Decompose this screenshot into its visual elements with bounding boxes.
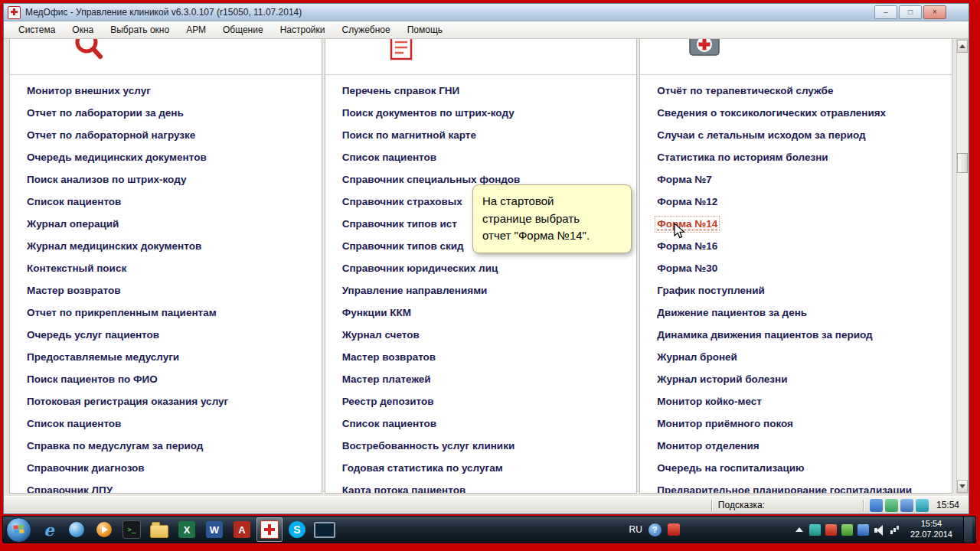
- panel-link[interactable]: Очередь на госпитализацию: [640, 457, 952, 479]
- vertical-scrollbar[interactable]: [956, 39, 969, 494]
- skype-icon[interactable]: S: [284, 517, 310, 542]
- panel-link[interactable]: Список пациентов: [10, 191, 322, 213]
- journal-icon[interactable]: [900, 499, 913, 512]
- panel-link[interactable]: Поиск по магнитной карте: [325, 124, 637, 146]
- panel-laboratory-header: [10, 39, 322, 75]
- panel-link[interactable]: Поиск пациентов по ФИО: [10, 368, 322, 390]
- tray-app-icon-4[interactable]: [858, 524, 869, 536]
- minimize-button[interactable]: –: [874, 5, 897, 19]
- panel-link[interactable]: Справочник ЛПУ: [10, 479, 322, 494]
- media-player-icon[interactable]: [91, 517, 117, 542]
- schedule-icon[interactable]: [885, 499, 898, 512]
- scrollbar-thumb[interactable]: [957, 153, 968, 173]
- panel-link[interactable]: Движение пациентов за день: [640, 302, 952, 324]
- explorer-folder-icon[interactable]: [146, 517, 172, 542]
- status-divider: [711, 500, 712, 511]
- panel-link[interactable]: Список пациентов: [325, 146, 637, 168]
- panel-link[interactable]: Журнал броней: [640, 346, 952, 368]
- panel-link[interactable]: Поиск анализов по штрих-коду: [10, 168, 322, 191]
- panel-link[interactable]: Отчет по лаборатории за день: [10, 102, 322, 124]
- terminal-icon[interactable]: >_: [119, 517, 145, 542]
- panel-link[interactable]: График поступлений: [640, 279, 952, 302]
- scroll-up-button[interactable]: [957, 40, 968, 53]
- panel-link[interactable]: Предоставляемые медуслуги: [10, 346, 322, 368]
- volume-icon[interactable]: [874, 524, 885, 536]
- scroll-down-button[interactable]: [957, 480, 968, 493]
- panel-link[interactable]: Справочник юридических лиц: [325, 257, 637, 279]
- panel-link[interactable]: Справочник диагнозов: [10, 457, 322, 479]
- panel-link[interactable]: Очередь медицинских документов: [10, 146, 322, 168]
- menu-arm[interactable]: АРМ: [178, 21, 214, 38]
- panel-link[interactable]: Список пациентов: [325, 412, 637, 435]
- panel-registry: Перечень справок ГНИ Поиск документов по…: [325, 39, 638, 494]
- report-icon[interactable]: [870, 499, 883, 512]
- menu-system[interactable]: Система: [10, 21, 64, 38]
- panel-link[interactable]: Справка по медуслугам за период: [10, 435, 322, 457]
- maximize-button[interactable]: □: [899, 5, 922, 19]
- show-desktop-button[interactable]: [963, 517, 972, 543]
- language-indicator[interactable]: RU: [629, 524, 642, 535]
- remote-desktop-icon[interactable]: [312, 517, 338, 542]
- panel-link[interactable]: Отчет по прикрепленным пациентам: [10, 302, 322, 324]
- network-icon[interactable]: [890, 524, 901, 536]
- panel-link[interactable]: Список пациентов: [10, 412, 322, 435]
- panel-link[interactable]: Форма №12: [640, 191, 952, 213]
- close-button[interactable]: ×: [923, 5, 946, 19]
- panel-link[interactable]: Монитор койко-мест: [640, 390, 952, 412]
- panel-link[interactable]: Журнал операций: [10, 213, 322, 235]
- menu-service[interactable]: Служебное: [333, 21, 398, 38]
- panel-link[interactable]: Контекстный поиск: [10, 257, 322, 279]
- start-button[interactable]: [6, 517, 31, 543]
- title-bar[interactable]: МедОфис - Управление клиникой v6.3.0.107…: [4, 4, 969, 21]
- panel-link[interactable]: Форма №7: [640, 168, 952, 191]
- menu-help[interactable]: Помощь: [399, 21, 451, 38]
- panel-link[interactable]: Потоковая регистрация оказания услуг: [10, 390, 322, 412]
- panel-link[interactable]: Монитор отделения: [640, 435, 952, 457]
- panel-link[interactable]: Отчёт по терапевтической службе: [640, 80, 952, 102]
- monitor-icon[interactable]: [916, 499, 929, 512]
- menu-communication[interactable]: Общение: [214, 21, 272, 38]
- panel-laboratory-list: Монитор внешних услуг Отчет по лаборатор…: [10, 75, 322, 494]
- panel-link[interactable]: Управление направлениями: [325, 279, 637, 302]
- acrobat-icon[interactable]: A: [229, 517, 255, 542]
- panel-link[interactable]: Монитор внешних услуг: [10, 80, 322, 102]
- panel-link[interactable]: Востребованность услуг клиники: [325, 435, 637, 457]
- panel-link[interactable]: Случаи с летальным исходом за период: [640, 124, 952, 146]
- menu-select-window[interactable]: Выбрать окно: [102, 21, 178, 38]
- panel-link[interactable]: Карта потока пациентов: [325, 479, 637, 494]
- panel-link[interactable]: Журнал медицинских документов: [10, 235, 322, 257]
- medoffice-icon[interactable]: [256, 517, 283, 542]
- panel-link[interactable]: Функции ККМ: [325, 302, 637, 324]
- panel-link[interactable]: Годовая статистика по услугам: [325, 457, 637, 479]
- panel-link[interactable]: Мастер платежей: [325, 368, 637, 390]
- hidden-icons-button[interactable]: [793, 524, 805, 536]
- menu-settings[interactable]: Настройки: [272, 21, 334, 38]
- panel-link[interactable]: Отчет по лабораторной нагрузке: [10, 124, 322, 146]
- help-icon[interactable]: ?: [648, 523, 662, 536]
- tray-app-icon-1[interactable]: [809, 524, 821, 536]
- panel-link[interactable]: Динамика движения пациентов за период: [640, 324, 952, 346]
- tray-clock[interactable]: 15:54 22.07.2014: [910, 519, 952, 540]
- panel-link[interactable]: Предварительное планирование госпитализа…: [640, 479, 952, 494]
- panel-link[interactable]: Поиск документов по штрих-коду: [325, 102, 637, 124]
- panel-link[interactable]: Реестр депозитов: [325, 390, 637, 412]
- browser-icon[interactable]: [64, 517, 90, 542]
- antivirus-icon[interactable]: [668, 523, 680, 536]
- menu-windows[interactable]: Окна: [64, 21, 102, 38]
- panel-link[interactable]: Очередь услуг пациентов: [10, 324, 322, 346]
- panel-link[interactable]: Монитор приёмного покоя: [640, 412, 952, 435]
- panel-link[interactable]: Журнал историй болезни: [640, 368, 952, 390]
- panel-link[interactable]: Мастер возвратов: [325, 346, 637, 368]
- annotation-tooltip: На стартовой странице выбрать отчет "Фор…: [472, 184, 632, 253]
- panel-link[interactable]: Перечень справок ГНИ: [325, 80, 637, 102]
- panel-link[interactable]: Журнал счетов: [325, 324, 637, 346]
- panel-link[interactable]: Форма №30: [640, 257, 952, 279]
- panel-link[interactable]: Мастер возвратов: [10, 279, 322, 302]
- word-icon[interactable]: W: [201, 517, 227, 542]
- excel-icon[interactable]: X: [174, 517, 200, 542]
- panel-link[interactable]: Сведения о токсикологических отравлениях: [640, 102, 952, 124]
- tray-app-icon-3[interactable]: [841, 524, 853, 536]
- tray-app-icon-2[interactable]: [825, 524, 837, 536]
- internet-explorer-icon[interactable]: e: [36, 517, 62, 542]
- panel-link[interactable]: Статистика по историям болезни: [640, 146, 952, 168]
